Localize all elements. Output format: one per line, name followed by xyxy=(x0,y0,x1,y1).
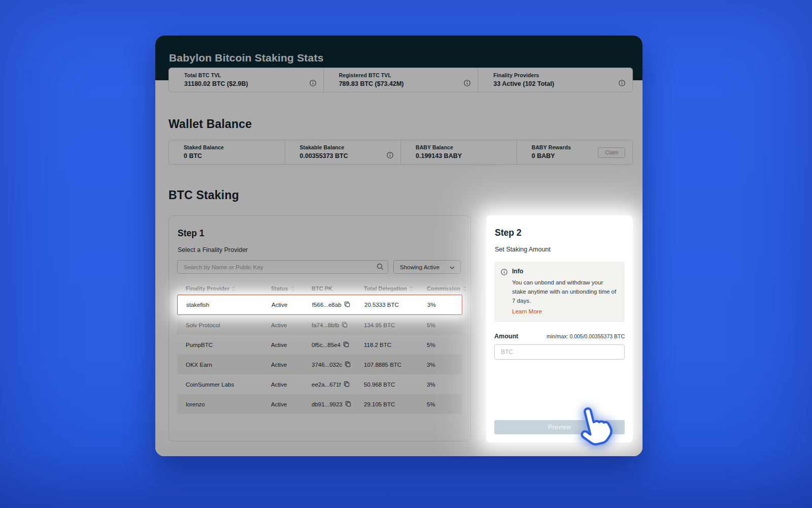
minmax-hint: min/max: 0.005/0.00355373 BTC xyxy=(547,333,625,339)
unbonding-info-box: Info You can unbond and withdraw your st… xyxy=(494,262,625,322)
step2-card: Step 2 Set Staking Amount Info You can u… xyxy=(486,215,633,442)
amount-input[interactable] xyxy=(494,344,625,360)
provider-name: stakefish xyxy=(186,302,272,308)
step2-subtitle: Set Staking Amount xyxy=(495,246,625,253)
amount-label: Amount xyxy=(494,333,518,340)
copy-icon[interactable] xyxy=(344,301,350,308)
provider-total-delegation: 20.5333 BTC xyxy=(364,302,427,308)
info-icon xyxy=(501,268,507,315)
learn-more-link[interactable]: Learn More xyxy=(512,308,542,314)
info-title: Info xyxy=(512,268,618,275)
table-row-stakefish-selected[interactable]: stakefish Active f566...e8ab 20.5333 BTC… xyxy=(177,295,462,315)
provider-btc-pk: f566...e8ab xyxy=(312,302,342,308)
provider-status: Active xyxy=(272,302,312,308)
info-text: You can unbond and withdraw your stake a… xyxy=(512,278,618,305)
step2-title: Step 2 xyxy=(495,228,625,238)
staking-modal: Babylon Bitcoin Staking Stats Total BTC … xyxy=(155,36,642,456)
preview-button[interactable]: Preview xyxy=(494,420,625,434)
provider-commission: 3% xyxy=(427,302,462,308)
